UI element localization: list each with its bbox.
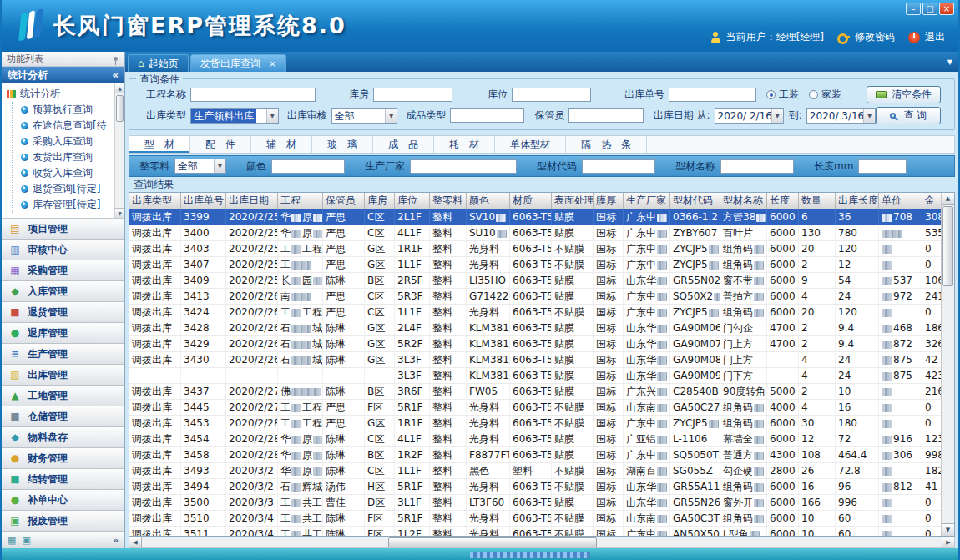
close-tab-icon[interactable]: × (269, 59, 276, 68)
project-name-input[interactable] (190, 88, 316, 102)
sidebar-item[interactable]: ▤项目管理 (2, 219, 124, 240)
scrollbar-thumb[interactable] (942, 206, 953, 286)
table-row[interactable]: 调拨出库34582020/2/28华原陈琳B区1R2F整料F8877FT6063… (129, 447, 941, 463)
sidebar-item[interactable]: ■结转管理 (2, 469, 124, 490)
column-header[interactable]: 工程 (278, 193, 323, 209)
column-header[interactable]: 出库单号 (181, 193, 226, 209)
sidebar-section-header[interactable]: 统计分析 « (2, 67, 124, 83)
keeper-input[interactable] (568, 108, 643, 123)
material-tab[interactable]: 单体型材 (495, 136, 566, 153)
filter-input[interactable] (720, 159, 794, 174)
order-no-input[interactable] (669, 88, 756, 102)
minimize-button[interactable]: – (906, 3, 921, 15)
maximize-button[interactable]: □ (922, 3, 937, 15)
sidebar-item[interactable]: ≡生产管理 (2, 344, 124, 365)
chevron-down-icon[interactable]: ▼ (385, 109, 397, 123)
sidebar-item[interactable]: ◆物料盘存 (2, 427, 124, 448)
vertical-scrollbar[interactable]: ▲ ▼ (941, 193, 954, 536)
product-type-input[interactable] (450, 108, 524, 123)
table-row[interactable]: 调拨出库34002020/2/25华原严思C区4L1F整料SU106063-T5… (129, 225, 941, 241)
column-header[interactable]: 库位 (395, 193, 430, 209)
sidebar-item[interactable]: ▲工地管理 (2, 386, 124, 406)
tree-item[interactable]: 退货查询[待定] (13, 181, 114, 197)
column-header[interactable]: 型材名称 (720, 193, 767, 209)
table-row[interactable]: 调拨出库34092020/2/25长园陈琳B区2R5F整料LI35HO6063-… (129, 273, 941, 289)
tree-scrollbar[interactable]: ▲ ▼ (114, 83, 124, 218)
sidebar-item[interactable]: ▣报废管理 (2, 511, 124, 532)
material-tab[interactable]: 型 材 (129, 136, 190, 153)
table-row[interactable]: 调拨出库34372020/2/27佛陈琳B区3R6F整料FW056063-T5贴… (129, 384, 941, 400)
material-tab[interactable]: 配 件 (190, 136, 251, 153)
scrollbar-thumb[interactable] (116, 95, 124, 122)
scroll-right-icon[interactable]: ▶ (942, 537, 954, 547)
table-row[interactable]: 调拨出库35002020/3/3工共工程曹佳D区3L1F整料LT3F606063… (129, 495, 941, 511)
horizontal-scrollbar[interactable]: ◀ ▶ (129, 537, 955, 548)
push-pin-icon[interactable] (114, 57, 118, 61)
tree-root[interactable]: 统计分析 (7, 86, 114, 102)
table-row[interactable]: 调拨出库35102020/3/4工共工程陈琳F区5R1F整料光身料6063-T5… (129, 511, 941, 527)
radio-jiazhuang[interactable]: 家装 (809, 88, 841, 102)
material-tab[interactable]: 成 品 (373, 136, 434, 153)
material-tab[interactable]: 辅 材 (251, 136, 312, 153)
column-header[interactable]: 出库长度 (836, 193, 879, 209)
column-header[interactable]: 出库日期 (226, 193, 278, 209)
column-header[interactable]: 整零料 (430, 193, 467, 209)
tree-item[interactable]: 发货出库查询 (13, 149, 114, 165)
table-row[interactable]: 调拨出库34542020/2/28华原陈琳C区4L1F整料光身料6063-T5贴… (129, 431, 941, 447)
chevron-down-icon[interactable]: ▼ (863, 109, 875, 123)
table-row[interactable]: 调拨出库34282020/2/26石城陈琳G区2L4F整料KLM38176063… (129, 320, 941, 336)
column-header[interactable]: 库房 (365, 193, 395, 209)
clear-conditions-button[interactable]: 清空条件 (867, 86, 941, 103)
column-header[interactable]: 膜厚 (594, 193, 624, 209)
tree-item[interactable]: 在途信息查询[待 (13, 118, 114, 134)
scroll-up-icon[interactable]: ▲ (115, 83, 124, 93)
collapse-panel-icon[interactable]: « (112, 69, 119, 81)
tree-item[interactable]: 预算执行查询 (13, 102, 114, 118)
chevron-down-icon[interactable]: ▼ (771, 109, 783, 123)
table-row[interactable]: 调拨出库34132020/2/26南严思C区5R3F整料G714226063-T… (129, 289, 941, 305)
column-header[interactable]: 金 (922, 193, 941, 209)
filter-input[interactable] (858, 159, 907, 174)
column-header[interactable]: 生产厂家 (624, 193, 670, 209)
chevron-down-icon[interactable]: ▼ (214, 159, 225, 173)
tab-list-dropdown-icon[interactable]: ▼ (947, 58, 952, 66)
warehouse-input[interactable] (373, 88, 452, 102)
close-button[interactable]: × (939, 3, 954, 15)
sidebar-item[interactable]: ▧出库管理 (2, 365, 124, 386)
chevron-down-icon[interactable]: ▼ (266, 109, 278, 123)
column-header[interactable]: 出库类型 (129, 193, 181, 209)
logout-link[interactable]: 退出 (925, 30, 945, 44)
tab-shipping-outbound-query[interactable]: 发货出库查询 × (190, 54, 286, 72)
change-password-link[interactable]: 修改密码 (855, 30, 895, 44)
location-input[interactable] (512, 88, 591, 102)
scroll-up-icon[interactable]: ▲ (942, 193, 954, 205)
tree-item[interactable]: 库存管理[待定] (13, 197, 114, 213)
scroll-down-icon[interactable]: ▼ (115, 208, 124, 218)
column-header[interactable]: 数量 (799, 193, 836, 209)
date-from-picker[interactable]: 2020/ 2/16 ▼ (715, 108, 784, 124)
filter-input[interactable] (410, 159, 517, 174)
date-to-picker[interactable]: 2020/ 3/16 ▼ (806, 108, 876, 124)
column-header[interactable]: 表面处理 (552, 193, 594, 209)
tree-item[interactable]: 收货入库查询 (13, 165, 114, 181)
column-header[interactable]: 颜色 (467, 193, 510, 209)
table-row[interactable]: 调拨出库34292020/2/26石城陈琳G区5R2F整料KLM38176063… (129, 336, 941, 352)
out-type-select[interactable]: 生产领料出库 ▼ (190, 108, 279, 124)
material-tab[interactable]: 隔 热 条 (566, 136, 647, 153)
tree-item[interactable]: 采购入库查询 (13, 134, 114, 149)
tab-home[interactable]: ⌂ 起始页 (128, 54, 189, 72)
column-header[interactable]: 长度 (767, 193, 799, 209)
audit-select[interactable]: 全部 ▼ (331, 108, 398, 124)
table-row[interactable]: 调拨出库34032020/2/25工工程严思G区1R1F整料光身料6063-T5… (129, 241, 941, 257)
table-row[interactable]: 调拨出库34242020/2/26工工程严思C区1L1F整料光身料6063-T5… (129, 305, 941, 320)
table-row[interactable]: 调拨出库34932020/3/2华原陈琳C区1L1F整料黑色塑料不贴膜国标湖南百… (129, 463, 941, 479)
sidebar-item[interactable]: ▥审核中心 (2, 240, 124, 260)
filter-select[interactable]: 全部▼ (174, 159, 226, 174)
material-tab[interactable]: 耗 材 (434, 136, 495, 153)
monitor-icon[interactable]: ▣ (22, 535, 30, 546)
table-row[interactable]: 3L3F整料KLM38176063-T5贴膜国标山东华GA90M09门下方424… (129, 368, 941, 384)
filter-input[interactable] (582, 159, 655, 174)
sidebar-item[interactable]: ●财务管理 (2, 448, 124, 469)
scroll-left-icon[interactable]: ◀ (129, 537, 142, 547)
sidebar-item[interactable]: ●补单中心 (2, 490, 124, 511)
